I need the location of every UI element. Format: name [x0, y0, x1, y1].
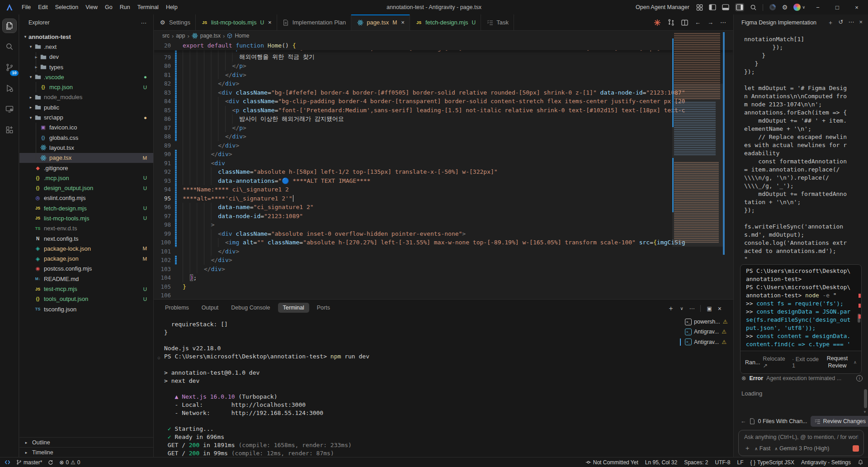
code-line-84[interactable]: 84<div className="bg-clip-padding border… — [154, 97, 733, 106]
explorer-item-globals-css[interactable]: {}globals.css — [19, 133, 153, 143]
explorer-item-annotation-test[interactable]: ▾annotation-test — [19, 32, 153, 42]
explorer-more-actions-icon[interactable]: ⋯ — [141, 19, 147, 26]
extensions-activity-icon[interactable] — [3, 123, 16, 137]
tab-task[interactable]: Task — [481, 14, 514, 30]
code-line-92[interactable]: 92className="absolute h-[58px] left-1/2 … — [154, 167, 733, 176]
search-activity-icon[interactable] — [3, 40, 16, 53]
open-agent-manager-button[interactable]: Open Agent Manager — [636, 4, 689, 10]
explorer-item-favicon-ico[interactable]: ▣favicon.ico — [19, 123, 153, 133]
minimap[interactable] — [672, 33, 723, 273]
collapse-chevron-icon[interactable]: ∧ — [854, 360, 857, 365]
explorer-item-eslint-config-mjs[interactable]: ◎eslint.config.mjs — [19, 193, 153, 203]
explorer-item-dev[interactable]: ▸dev — [19, 52, 153, 62]
panel-tab-terminal[interactable]: Terminal — [278, 303, 309, 313]
terminal-output[interactable]: requireStack: []} Node.js v22.18.0○PS C:… — [164, 320, 369, 465]
new-conversation-icon[interactable]: ＋ — [828, 19, 834, 27]
code-line-98[interactable]: 98> — [154, 220, 733, 229]
terminal-instance-3[interactable]: >_Antigrav...⚠ — [679, 337, 733, 347]
terminal-instance-1[interactable]: >_powersh...⚠ — [679, 317, 733, 327]
agent-terminal-card[interactable]: PS C:\Users\microsoft\Desktop\annotation… — [740, 264, 862, 374]
panel-more-icon[interactable]: ⋯ — [689, 305, 694, 312]
code-line-86[interactable]: 86밤사이 이상한 해외거래가 감지됐어요 — [154, 114, 733, 124]
code-viewport[interactable]: 78<p className="font-['Pretendard:Medium… — [154, 41, 733, 299]
menu-help[interactable]: Help — [162, 3, 181, 12]
terminal-instance-2[interactable]: >_Antigrav...⚠ — [679, 327, 733, 337]
code-line-104[interactable]: 104); — [154, 273, 733, 282]
scroll-down-icon[interactable]: ▼ — [863, 410, 867, 414]
code-line-106[interactable]: 106 — [154, 291, 733, 299]
code-line-79[interactable]: 79해외여행을 위한 적금 찾기 — [154, 53, 733, 62]
problems-item[interactable]: ⊗0⚠0 — [59, 459, 80, 466]
tab-implementation-plan[interactable]: Implementation Plan — [277, 14, 352, 30]
code-line-93[interactable]: 93data-annotations="🔵 ****ALT TEXT IMAGE… — [154, 176, 733, 186]
explorer-item-test-mcp-mjs[interactable]: JStest-mcp.mjsU — [19, 284, 153, 294]
git-branch-item[interactable]: master* — [16, 459, 42, 466]
tab-list-mcp-tools-mjs[interactable]: JSlist-mcp-tools.mjsU× — [196, 14, 277, 30]
back-icon[interactable]: ← — [741, 418, 746, 424]
navigate-back-icon[interactable]: ← — [695, 19, 701, 26]
close-button[interactable]: × — [850, 4, 863, 11]
outline-section[interactable]: ▸Outline — [19, 437, 153, 447]
explorer-item-next-config-ts[interactable]: Nnext.config.ts — [19, 234, 153, 243]
minimize-button[interactable]: − — [811, 4, 825, 11]
explorer-item-tools-output-json[interactable]: {}tools_output.jsonU — [19, 294, 153, 304]
account-menu[interactable]: ∨ — [793, 4, 805, 11]
breadcrumb-page-tsx[interactable]: page.tsx — [200, 33, 221, 39]
agent-manager-grid-icon[interactable] — [696, 4, 703, 11]
relocate-link[interactable]: Relocate ↗ — [763, 356, 789, 369]
remote-explorer-activity-icon[interactable] — [3, 102, 16, 116]
code-line-105[interactable]: 105} — [154, 282, 733, 291]
agent-chat-input[interactable]: Ask anything (Ctrl+L), @ to mention, / f… — [738, 430, 864, 456]
code-line-85[interactable]: 85<p className="font-['Pretendard:Medium… — [154, 106, 733, 115]
language-mode-item[interactable]: { }TypeScript JSX — [750, 459, 794, 466]
code-line-90[interactable]: 90</div> — [154, 150, 733, 159]
code-line-89[interactable]: 89</div> — [154, 141, 733, 150]
explorer-item-node-modules[interactable]: ▸node_modules — [19, 92, 153, 102]
toggle-bottom-panel-icon[interactable] — [722, 4, 729, 10]
navigate-forward-icon[interactable]: → — [708, 19, 713, 26]
split-editor-icon[interactable] — [681, 19, 688, 26]
agent-more-icon[interactable]: ⋯ — [848, 19, 854, 27]
agent-scrollbar[interactable] — [864, 389, 867, 408]
explorer-item-mcp-json[interactable]: {}.mcp.jsonU — [19, 173, 153, 183]
code-line-95[interactable]: 95****alt=****'ci\_signature1 2'" — [154, 194, 733, 203]
explorer-item-readme-md[interactable]: M↓README.md — [19, 274, 153, 284]
overview-ruler[interactable] — [723, 32, 725, 255]
close-panel-icon[interactable]: × — [718, 305, 722, 312]
code-line-99[interactable]: 99<div className="absolute inset-0 overf… — [154, 229, 733, 238]
eol-item[interactable]: LF — [737, 459, 744, 466]
breadcrumb-home[interactable]: Home — [235, 33, 249, 39]
model-selector[interactable]: ∧ Gemini 3 Pro (High) — [774, 445, 829, 452]
code-line-101[interactable]: 101</div> — [154, 247, 733, 256]
menu-file[interactable]: File — [18, 3, 34, 12]
menu-view[interactable]: View — [82, 3, 101, 12]
tab-settings[interactable]: ⚙Settings — [154, 14, 196, 30]
close-tab-icon[interactable]: × — [401, 19, 405, 26]
code-line-88[interactable]: 88</div> — [154, 132, 733, 141]
explorer-item-public[interactable]: ▸public — [19, 102, 153, 112]
close-tab-icon[interactable]: × — [268, 19, 272, 26]
agent-burst-icon[interactable] — [654, 19, 661, 26]
panel-tab-output[interactable]: Output — [197, 303, 224, 313]
explorer-item-src-app[interactable]: ▾src\app● — [19, 112, 153, 122]
code-line-103[interactable]: 103</div> — [154, 265, 733, 274]
explorer-item-package-json[interactable]: ◈package.jsonM — [19, 254, 153, 264]
panel-tab-debug-console[interactable]: Debug Console — [226, 303, 275, 313]
explorer-item-types[interactable]: ▸types — [19, 62, 153, 72]
explorer-item-list-mcp-tools-mjs[interactable]: JSlist-mcp-tools.mjsU — [19, 213, 153, 223]
command-decoration-icon[interactable]: ○ — [158, 354, 160, 362]
explorer-item-next[interactable]: ▾.next — [19, 42, 153, 52]
code-line-81[interactable]: 81</div> — [154, 71, 733, 80]
code-line-97[interactable]: 97data-node-id="2123:1089" — [154, 212, 733, 221]
compare-changes-icon[interactable] — [668, 19, 675, 26]
menu-terminal[interactable]: Terminal — [134, 3, 162, 12]
code-editor[interactable]: src›app›page.tsx›Home 78<p className="fo… — [154, 31, 733, 299]
stop-button[interactable] — [853, 445, 859, 452]
explorer-item-mcp-json[interactable]: {}mcp.jsonU — [19, 82, 153, 92]
explorer-item-layout-tsx[interactable]: layout.tsx — [19, 143, 153, 152]
cursor-position-item[interactable]: Ln 95, Col 32 — [645, 459, 677, 466]
editor-more-actions-icon[interactable]: ⋯ — [720, 19, 726, 26]
info-icon[interactable]: i — [856, 375, 863, 381]
sync-icon[interactable] — [48, 460, 53, 465]
menu-run[interactable]: Run — [116, 3, 134, 12]
